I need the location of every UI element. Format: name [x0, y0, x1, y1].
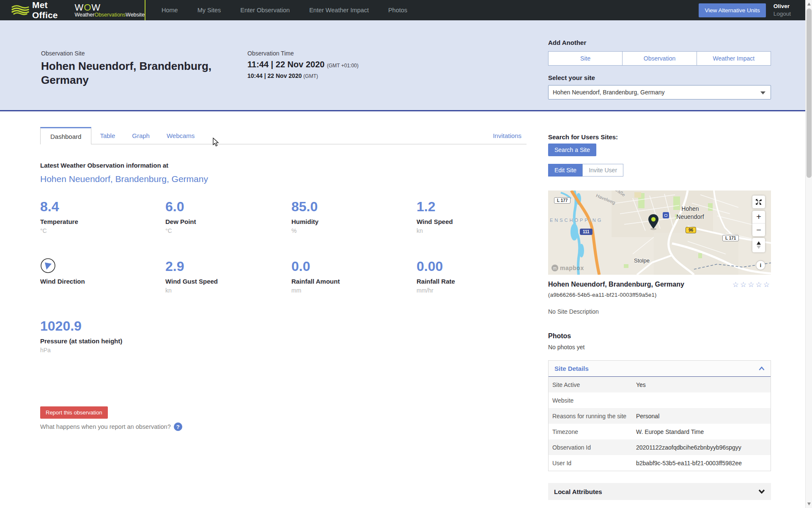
report-observation-button[interactable]: Report this observation: [40, 406, 108, 419]
stat-rainfall-amount: 0.0 Rainfall Amount mm: [291, 258, 417, 318]
stat-value: 1020.9: [40, 318, 165, 334]
map-info-button[interactable]: i: [756, 261, 765, 270]
map-fullscreen-button[interactable]: [752, 196, 765, 208]
town-label-hohen-neuendorf: Hohen Neuendorf: [670, 205, 710, 221]
tab-graph[interactable]: Graph: [123, 127, 158, 144]
stat-value: 0.00: [417, 258, 527, 275]
observation-time-label: Observation Time: [247, 50, 417, 57]
site-select-dropdown[interactable]: Hohen Neuendorf, Brandenburg, Germany: [548, 85, 771, 99]
observation-site-label: Observation Site: [41, 50, 236, 57]
chevron-down-icon: [760, 91, 765, 94]
place-label-henschopping: HENSCHÖPPING: [548, 218, 603, 223]
stat-label: Humidity: [291, 218, 417, 225]
observation-time-block: Observation Time 11:44 | 22 Nov 2020 (GM…: [247, 50, 417, 79]
site-details-title: Site Details: [554, 365, 589, 372]
site-id: (a9b66266-54b5-ea11-bf21-0003ff59a5e1): [548, 292, 771, 298]
stat-value: 8.4: [40, 198, 165, 215]
tab-webcams[interactable]: Webcams: [158, 127, 203, 144]
edit-site-button[interactable]: Edit Site: [548, 164, 583, 177]
scrollbar-thumb[interactable]: [807, 8, 812, 178]
road-shield-111: 111: [580, 229, 593, 235]
zoom-in-button[interactable]: +: [752, 211, 765, 224]
mapbox-logo[interactable]: m mapbox: [551, 265, 584, 271]
local-attributes-title: Local Attributes: [554, 488, 602, 495]
stat-unit: hPa: [40, 347, 165, 353]
site-rating-stars[interactable]: ☆☆☆☆☆: [732, 280, 771, 289]
stat-label: Rainfall Rate: [417, 278, 527, 285]
site-location-map[interactable]: L 177 Havelweg traße HENSCHÖPPING 111 96…: [548, 190, 771, 275]
mapbox-m-icon: m: [551, 265, 558, 271]
logout-link[interactable]: Logout: [774, 10, 791, 18]
compass-south-icon: [757, 246, 761, 249]
nav-item-enter-observation[interactable]: Enter Observation: [240, 7, 290, 14]
latest-observation-heading: Latest Weather Observation information a…: [40, 162, 527, 169]
scrollbar-down-arrow-icon[interactable]: [807, 502, 811, 505]
stat-label: Rainfall Amount: [291, 278, 417, 285]
site-description: No Site Description: [548, 308, 771, 315]
stat-humidity: 85.0 Humidity %: [291, 198, 417, 258]
select-your-site-label: Select your site: [548, 74, 771, 81]
view-alternative-units-button[interactable]: View Alternative Units: [699, 3, 765, 17]
observation-time-gmt: 10:44 | 22 Nov 2020 (GMT): [247, 72, 417, 79]
table-row: Observation Id 20201122zaofqdbcihe6zbnby…: [549, 439, 771, 455]
tab-invitations[interactable]: Invitations: [484, 127, 527, 144]
stat-wind-gust-speed: 2.9 Wind Gust Speed kn: [165, 258, 291, 318]
user-name: Oliver: [774, 3, 791, 10]
met-office-logo[interactable]: Met Office: [0, 0, 58, 20]
train-station-icon: [663, 212, 669, 218]
search-users-sites-label: Search for Users Sites:: [548, 133, 771, 141]
compass-north-icon: [757, 241, 761, 245]
site-details-rows: Site Active Yes Website Reasons for runn…: [549, 377, 771, 471]
add-another-block: Add Another Site Observation Weather Imp…: [548, 39, 771, 99]
nav-item-photos[interactable]: Photos: [388, 7, 407, 14]
stat-wind-speed: 1.2 Wind Speed kn: [417, 198, 527, 258]
observation-header: Observation Site Hohen Neuendorf, Brande…: [0, 20, 812, 111]
zoom-out-button[interactable]: −: [752, 224, 765, 236]
invite-user-button[interactable]: Invite User: [582, 164, 623, 177]
stat-label: Wind Speed: [417, 218, 527, 225]
site-map-marker[interactable]: [648, 214, 659, 232]
page-scrollbar[interactable]: [805, 0, 812, 508]
site-details-header[interactable]: Site Details: [549, 361, 771, 377]
met-office-wordmark: Met Office: [32, 0, 58, 20]
add-another-button-group: Site Observation Weather Impact: [548, 51, 771, 66]
scrollbar-up-arrow-icon[interactable]: [807, 3, 811, 6]
tab-dashboard[interactable]: Dashboard: [40, 127, 91, 144]
search-a-site-button[interactable]: Search a Site: [548, 144, 596, 156]
stat-value: 85.0: [291, 198, 417, 215]
wow-subtitle: WeatherObservationsWebsite: [74, 12, 145, 18]
stat-value: 0.0: [291, 258, 417, 275]
nav-menu: Home My Sites Enter Observation Enter We…: [162, 7, 407, 14]
local-attributes-header[interactable]: Local Attributes: [548, 483, 771, 500]
add-site-button[interactable]: Site: [548, 51, 623, 66]
nav-item-home[interactable]: Home: [162, 7, 178, 14]
stat-unit: °C: [165, 227, 291, 234]
stat-unit: %: [291, 227, 417, 234]
table-row: Reasons for running the site Personal: [549, 408, 771, 424]
add-another-label: Add Another: [548, 39, 771, 46]
report-question-row: What happens when you report an observat…: [40, 422, 527, 431]
wow-logo[interactable]: WOW WeatherObservationsWebsite: [74, 3, 145, 18]
tab-table[interactable]: Table: [91, 127, 123, 144]
stat-temperature: 8.4 Temperature °C: [40, 198, 165, 258]
observation-time-local: 11:44 | 22 Nov 2020 (GMT +01:00): [247, 60, 417, 69]
add-weather-impact-button[interactable]: Weather Impact: [697, 51, 771, 66]
weather-stats-grid: 8.4 Temperature °C 6.0 Dew Point °C 85.0…: [40, 198, 527, 377]
nav-item-enter-weather-impact[interactable]: Enter Weather Impact: [309, 7, 369, 14]
table-row: Website: [549, 392, 771, 408]
stat-unit: mm/hr: [417, 287, 527, 294]
dashboard-site-name-link[interactable]: Hohen Neuendorf, Brandenburg, Germany: [40, 174, 527, 184]
nav-item-my-sites[interactable]: My Sites: [198, 7, 221, 14]
stat-wind-direction: Wind Direction: [40, 258, 165, 318]
sidebar-site-header: Hohen Neuendorf, Brandenburg, Germany ☆☆…: [548, 280, 771, 289]
stat-value: 6.0: [165, 198, 291, 215]
stat-dew-point: 6.0 Dew Point °C: [165, 198, 291, 258]
help-icon[interactable]: ?: [174, 422, 182, 431]
stat-label: Dew Point: [165, 218, 291, 225]
add-observation-button[interactable]: Observation: [622, 51, 697, 66]
stat-label: Temperature: [40, 218, 165, 225]
stat-value: 1.2: [417, 198, 527, 215]
stat-unit: °C: [40, 227, 165, 234]
map-compass-control[interactable]: [752, 238, 765, 252]
observation-site-name: Hohen Neuendorf, Brandenburg, Germany: [41, 59, 236, 87]
